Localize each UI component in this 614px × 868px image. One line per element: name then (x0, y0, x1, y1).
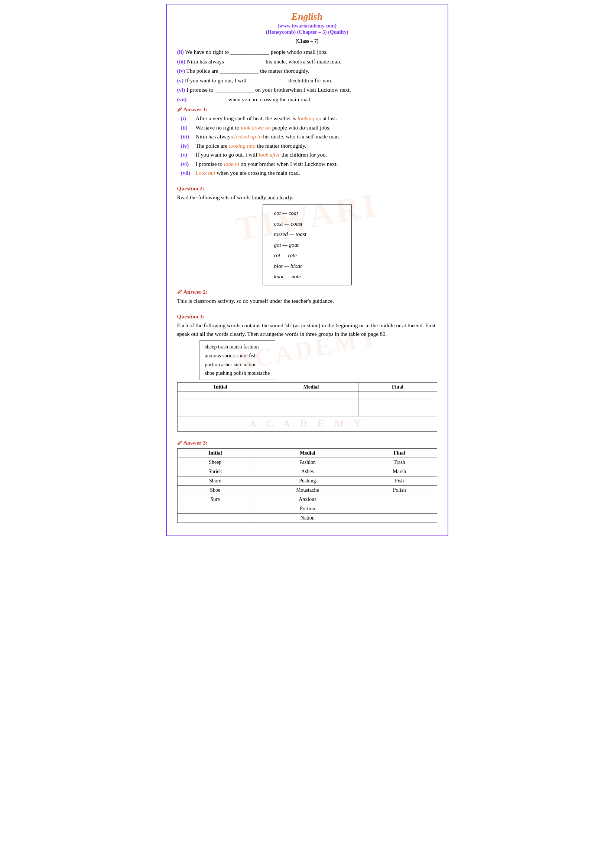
list-item: (i) After a very long spell of heat, the… (177, 114, 437, 123)
sh-row-2: anxious shriek shore fish (205, 352, 270, 360)
word-pair-1: cot — coat (274, 208, 340, 219)
list-item: (vii) Look out when you are crossing the… (177, 169, 437, 177)
ans3-table: Initial Medial Final SheepFashionTrash S… (177, 448, 437, 523)
fill-q-iv: (iv) The police are ______________ the m… (177, 67, 437, 75)
fill-q-vii: (vii) ______________ when you are crossi… (177, 95, 437, 104)
question3-text: Each of the following words contains the… (177, 321, 437, 338)
sh-words-wrap: sheep trash marsh fashion anxious shriek… (177, 340, 437, 380)
table-row: A C A D E M Y (177, 416, 437, 432)
answer2-heading: Answer 2: (177, 289, 437, 295)
word-box-wrap: cot — coat cost — coast tossed — toast g… (177, 205, 437, 285)
table-row (177, 400, 437, 408)
table-row: Nation (177, 514, 437, 523)
word-pair-4: got — goat (274, 240, 340, 251)
list-item: (ii) We have no right to look down on pe… (177, 124, 437, 132)
q3-col-medial: Medial (264, 383, 358, 392)
table-row: ShriekAshesMarsh (177, 467, 437, 476)
subtitle2: (Honeycomb) (Chapter – 5) (Quality) (177, 29, 437, 35)
table-row: ShoeMoustachePolish (177, 486, 437, 495)
table-row: SureAnxious (177, 495, 437, 504)
table-row: ShorePushingFish (177, 476, 437, 486)
q3-col-final: Final (358, 383, 437, 392)
ans3-col-initial: Initial (177, 449, 253, 458)
sh-row-1: sheep trash marsh fashion (205, 343, 270, 352)
q3-table: Initial Medial Final A C A D E M Y (177, 382, 437, 432)
word-pair-7: knot — note (274, 271, 340, 282)
fill-q-ii: (ii) We have no right to ______________ … (177, 48, 437, 56)
page-title: English (177, 11, 437, 22)
fill-q-iii: (iii) Nitin has always ______________ hi… (177, 57, 437, 66)
answer1-list: (i) After a very long spell of heat, the… (177, 114, 437, 177)
answer1-heading: Answer 1: (177, 107, 437, 113)
word-box: cot — coat cost — coast tossed — toast g… (263, 205, 352, 285)
word-pair-6: blot — bloat (274, 261, 340, 272)
table-row (177, 408, 437, 416)
list-item: (v) If you want to go out, I will look a… (177, 151, 437, 159)
ans3-col-medial: Medial (253, 449, 362, 458)
fill-q-vi: (vi) I promise to ______________ on your… (177, 86, 437, 94)
sh-row-4: shoe pushing polish moustache (205, 369, 270, 378)
subtitle1: (www.tiwariacademy.com) (177, 23, 437, 29)
q3-col-initial: Initial (177, 383, 264, 392)
fill-q-v: (v) If you want to go out, I will ______… (177, 76, 437, 85)
table-row: Portion (177, 504, 437, 514)
list-item: (vi) I promise to look in on your brothe… (177, 160, 437, 169)
table-row: SheepFashionTrash (177, 458, 437, 467)
word-pair-5: rot — rote (274, 250, 340, 261)
word-pair-3: tossed — toast (274, 229, 340, 240)
question2-heading: Question 2: (177, 186, 437, 192)
list-item: (iii) Nitin has always looked up to his … (177, 132, 437, 141)
sh-words-box: sheep trash marsh fashion anxious shriek… (199, 340, 276, 380)
page: TIWARI ACADEMY English (www.tiwariacadem… (166, 4, 448, 536)
question3-heading: Question 3: (177, 313, 437, 320)
subtitle3: (Class – 7) (177, 38, 437, 44)
ans3-col-final: Final (362, 449, 437, 458)
answer3-heading: Answer 3: (177, 440, 437, 446)
sh-row-3: portion ashes sure nation (205, 360, 270, 369)
word-pair-2: cost — coast (274, 219, 340, 229)
question2-text: Read the following sets of words loudly … (177, 193, 437, 202)
answer2-text: This is classroom activity, so do yourse… (177, 297, 437, 305)
list-item: (iv) The police are looking into the mat… (177, 142, 437, 150)
table-row (177, 392, 437, 400)
